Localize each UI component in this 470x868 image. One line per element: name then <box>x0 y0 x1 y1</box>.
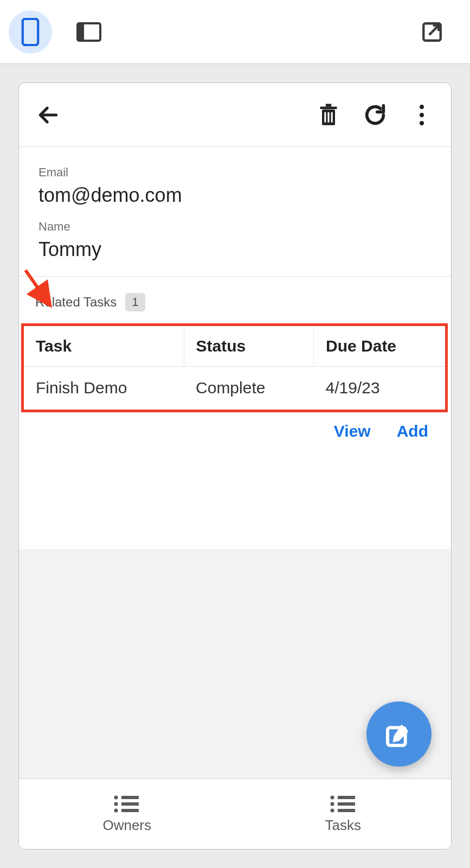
tablet-icon <box>76 22 101 42</box>
svg-rect-6 <box>327 112 329 122</box>
open-external-button[interactable] <box>410 10 454 54</box>
cell-due: 4/19/23 <box>314 367 445 410</box>
nav-tasks-label: Tasks <box>325 817 361 834</box>
preview-toolbar <box>0 0 470 64</box>
details-section: Email tom@demo.com Name Tommy <box>19 147 451 277</box>
nav-tasks[interactable]: Tasks <box>235 779 452 849</box>
open-external-icon <box>421 21 443 43</box>
table-row[interactable]: Finish Demo Complete 4/19/23 <box>24 367 445 410</box>
trash-icon <box>317 102 340 128</box>
email-field: Email tom@demo.com <box>38 165 432 207</box>
svg-rect-8 <box>320 106 337 108</box>
arrow-left-icon <box>36 103 60 127</box>
related-section: Related Tasks 1 Task Status Due Date Fin <box>19 277 451 441</box>
view-button[interactable]: View <box>334 422 371 441</box>
svg-rect-23 <box>338 809 355 812</box>
col-due-date[interactable]: Due Date <box>314 326 445 367</box>
svg-point-22 <box>330 809 334 813</box>
delete-button[interactable] <box>313 100 344 130</box>
related-count-badge: 1 <box>125 293 145 311</box>
svg-rect-2 <box>78 23 84 41</box>
name-label: Name <box>38 220 432 234</box>
svg-rect-7 <box>331 112 333 122</box>
email-label: Email <box>38 165 432 180</box>
tablet-view-button[interactable] <box>67 10 111 54</box>
related-header: Related Tasks 1 <box>19 277 451 321</box>
svg-point-16 <box>114 809 118 813</box>
refresh-icon <box>363 103 388 127</box>
svg-rect-5 <box>324 112 326 122</box>
svg-rect-0 <box>23 18 38 44</box>
related-title: Related Tasks <box>35 295 117 310</box>
svg-rect-17 <box>121 809 139 812</box>
list-icon <box>329 794 357 814</box>
name-value: Tommy <box>38 238 432 261</box>
related-table-highlight: Task Status Due Date Finish Demo Complet… <box>21 323 448 412</box>
svg-rect-9 <box>326 104 331 106</box>
nav-owners-label: Owners <box>102 817 151 834</box>
svg-rect-13 <box>121 796 139 799</box>
col-status[interactable]: Status <box>184 326 313 367</box>
back-button[interactable] <box>33 100 63 130</box>
table-header-row: Task Status Due Date <box>24 326 445 367</box>
mobile-view-button[interactable] <box>9 10 52 54</box>
related-actions: View Add <box>19 412 451 441</box>
related-table: Task Status Due Date Finish Demo Complet… <box>24 326 445 410</box>
svg-rect-15 <box>121 802 139 806</box>
preview-canvas: Email tom@demo.com Name Tommy Related Ta… <box>0 64 470 868</box>
phone-frame: Email tom@demo.com Name Tommy Related Ta… <box>18 82 452 850</box>
mobile-icon <box>21 18 40 46</box>
edit-fab[interactable] <box>366 701 432 767</box>
cell-status: Complete <box>184 367 313 410</box>
list-icon <box>113 794 141 814</box>
svg-point-18 <box>330 796 334 800</box>
svg-point-20 <box>330 802 334 806</box>
name-field: Name Tommy <box>38 220 432 261</box>
svg-point-14 <box>114 802 118 806</box>
col-task[interactable]: Task <box>24 326 184 367</box>
more-button[interactable] <box>407 100 437 130</box>
cell-task: Finish Demo <box>24 367 184 410</box>
add-button[interactable]: Add <box>397 422 428 441</box>
email-value: tom@demo.com <box>38 184 432 207</box>
edit-icon <box>384 719 414 749</box>
nav-owners[interactable]: Owners <box>19 779 235 849</box>
bottom-nav: Owners Tasks <box>19 778 451 849</box>
more-vertical-icon <box>416 105 427 125</box>
svg-point-12 <box>114 796 118 800</box>
app-bar <box>19 83 451 147</box>
svg-rect-21 <box>338 802 355 806</box>
svg-rect-19 <box>338 796 355 799</box>
refresh-button[interactable] <box>360 100 390 130</box>
